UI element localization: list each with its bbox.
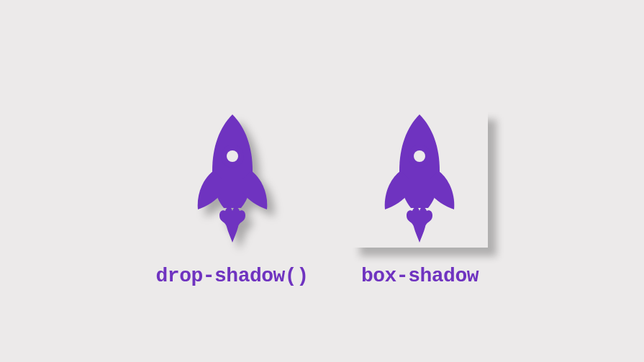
svg-point-1: [227, 150, 238, 162]
drop-shadow-box: [164, 111, 301, 248]
comparison-container: drop-shadow() box-shadow: [156, 75, 489, 287]
box-shadow-box: [351, 111, 488, 248]
drop-shadow-example: drop-shadow(): [156, 111, 309, 287]
svg-point-3: [414, 150, 425, 162]
box-shadow-example: box-shadow: [351, 111, 488, 287]
rocket-icon: [182, 114, 283, 244]
box-shadow-label: box-shadow: [361, 265, 479, 287]
drop-shadow-label: drop-shadow(): [156, 265, 309, 287]
rocket-icon: [369, 114, 470, 244]
